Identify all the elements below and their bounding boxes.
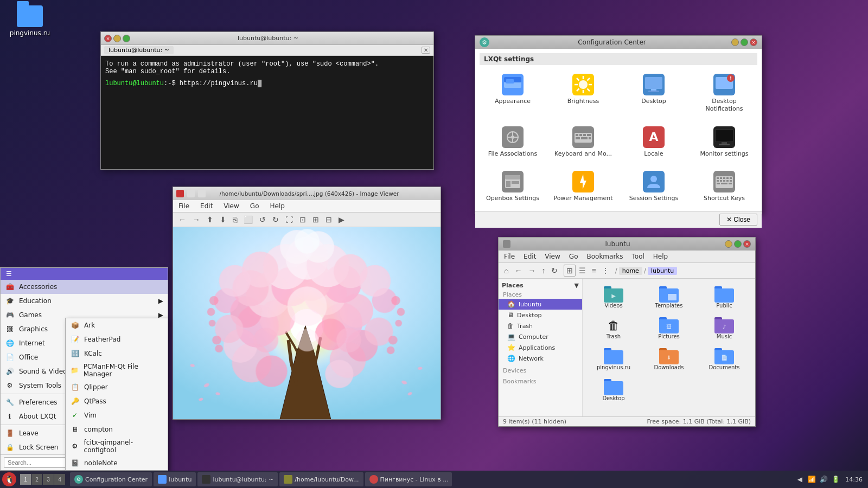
config-item-session[interactable]: Session Settings — [621, 166, 687, 207]
fm-btn-details[interactable]: ≡ — [589, 265, 598, 276]
config-item-desktop[interactable]: Desktop — [621, 69, 687, 118]
terminal-controls[interactable]: × — [104, 35, 130, 42]
fm-sidebar-trash[interactable]: 🗑 Trash — [499, 320, 582, 331]
fm-btn-up[interactable]: ↑ — [539, 265, 547, 276]
sub-item-kcalc[interactable]: 🔢 KCalc — [66, 346, 168, 361]
workspace-2[interactable]: 2 — [31, 474, 42, 485]
terminal-close-btn[interactable]: × — [104, 35, 112, 42]
config-titlebar[interactable]: ⚙ Configuration Center × — [475, 36, 762, 49]
config-item-desktop-notif[interactable]: ! Desktop Notifications — [691, 69, 757, 118]
taskbar-app-config[interactable]: ⚙ Configuration Center — [70, 472, 152, 486]
sub-item-vim[interactable]: ✓ Vim — [66, 408, 168, 422]
fm-win-controls[interactable]: × — [725, 240, 751, 248]
fm-menu-tool[interactable]: Tool — [629, 252, 648, 261]
config-close-button[interactable]: ✕ Close — [719, 214, 757, 226]
taskbar-app-imgviewer[interactable]: /home/lubuntu/Dow... — [279, 472, 363, 486]
image-viewer-max[interactable] — [198, 190, 206, 197]
taskbar-time[interactable]: 14:36 — [842, 476, 866, 483]
config-close-btn[interactable]: × — [750, 38, 757, 46]
fm-file-documents[interactable]: 📄 Documents — [698, 345, 751, 374]
sub-item-qlipper[interactable]: 📋 Qlipper — [66, 380, 168, 394]
fm-min-btn[interactable] — [725, 240, 732, 248]
iv-btn-fullscreen[interactable]: ⛶ — [283, 214, 295, 225]
image-viewer-controls[interactable] — [176, 190, 206, 197]
fm-btn-grid[interactable]: ⊞ — [564, 265, 576, 277]
fm-btn-refresh[interactable]: ↻ — [549, 265, 560, 276]
fm-btn-tree[interactable]: ⋮ — [599, 265, 611, 276]
config-item-shortcut[interactable]: Shortcut Keys — [691, 166, 757, 207]
fm-close-btn[interactable]: × — [743, 240, 751, 248]
fm-btn-forward[interactable]: → — [526, 265, 538, 276]
desktop-icon-pingvinus[interactable]: pingvinus.ru — [8, 5, 52, 37]
fm-file-desktop[interactable]: Desktop — [587, 376, 640, 404]
iv-btn-play[interactable]: ▶ — [336, 214, 347, 225]
fm-file-videos[interactable]: ▶ Videos — [587, 283, 640, 312]
fm-path-home[interactable]: home — [619, 267, 642, 275]
fm-path-lubuntu[interactable]: lubuntu — [648, 267, 677, 275]
iv-btn-download[interactable]: ⬇ — [218, 214, 228, 225]
fm-btn-back[interactable]: ← — [512, 265, 524, 276]
fm-sidebar-computer[interactable]: 💻 Computer — [499, 331, 582, 342]
iv-btn-zoom[interactable]: ⊞ — [310, 214, 321, 225]
fm-menu-go[interactable]: Go — [566, 252, 582, 261]
sub-item-featherpad[interactable]: 📝 FeatherPad — [66, 332, 168, 346]
fm-sidebar-places-header[interactable]: Places ▼ — [499, 281, 582, 290]
workspace-4[interactable]: 4 — [54, 474, 65, 485]
fm-titlebar[interactable]: lubuntu × — [499, 237, 755, 251]
config-item-monitor[interactable]: Monitor settings — [691, 122, 757, 162]
image-viewer-min[interactable] — [187, 190, 195, 197]
iv-menu-help[interactable]: Help — [266, 201, 288, 211]
workspace-1[interactable]: 1 — [20, 474, 31, 485]
fm-file-pictures[interactable]: 🖼 Pictures — [642, 314, 695, 343]
config-item-locale[interactable]: A Locale — [621, 122, 687, 162]
config-controls[interactable]: × — [731, 38, 757, 46]
fm-sidebar-lubuntu[interactable]: 🏠 lubuntu — [499, 299, 582, 310]
fm-menu-bookmarks[interactable]: Bookmarks — [583, 252, 626, 261]
fm-sidebar-applications[interactable]: ⭐ Applications — [499, 342, 582, 353]
terminal-body[interactable]: To run a command as administrator (user … — [101, 56, 433, 169]
sub-item-qtpass[interactable]: 🔑 QtPass — [66, 394, 168, 408]
sub-item-ark[interactable]: 📦 Ark — [66, 318, 168, 332]
iv-btn-actual[interactable]: ⊟ — [323, 214, 334, 225]
menu-item-education[interactable]: 🎓 Education ▶ — [1, 294, 168, 308]
fm-btn-home[interactable]: ⌂ — [502, 265, 510, 276]
config-item-keyboard[interactable]: Keyboard and Mo... — [550, 122, 616, 162]
fm-menu-help[interactable]: Help — [650, 252, 671, 261]
config-max-btn[interactable] — [741, 38, 748, 46]
tray-battery[interactable]: 🔋 — [831, 474, 840, 484]
iv-btn-upload[interactable]: ⬆ — [205, 214, 215, 225]
fm-file-music[interactable]: ♪ Music — [698, 314, 751, 343]
workspace-3[interactable]: 3 — [43, 474, 54, 485]
fm-file-public[interactable]: Public — [698, 283, 751, 312]
terminal-min-btn[interactable] — [113, 35, 121, 42]
fm-controls[interactable] — [503, 240, 510, 248]
fm-file-downloads[interactable]: ⬇ Downloads — [642, 345, 695, 374]
config-item-openbox[interactable]: Openbox Settings — [480, 166, 546, 207]
taskbar-app-browser[interactable]: Пингвинус - Linux в ... — [365, 472, 452, 486]
iv-btn-copy[interactable]: ⎘ — [231, 214, 239, 225]
fm-sidebar-desktop[interactable]: 🖥 Desktop — [499, 310, 582, 320]
terminal-tab-close[interactable]: ✕ — [422, 47, 430, 54]
fm-file-pingvinus[interactable]: pingvinus.ru — [587, 345, 640, 374]
fm-menu-view[interactable]: View — [541, 252, 563, 261]
terminal-titlebar[interactable]: × lubuntu@lubuntu: ~ — [101, 32, 433, 45]
iv-menu-edit[interactable]: Edit — [197, 201, 216, 211]
iv-btn-forward[interactable]: → — [190, 214, 202, 225]
iv-btn-rotate-ccw[interactable]: ↺ — [257, 214, 268, 225]
fm-file-trash[interactable]: 🗑 Trash — [587, 314, 640, 343]
start-button[interactable]: 🐧 — [2, 472, 16, 486]
fm-menu-file[interactable]: File — [501, 252, 518, 261]
fm-btn-list[interactable]: ☰ — [577, 265, 588, 276]
taskbar-app-fm[interactable]: lubuntu — [154, 472, 196, 486]
tray-network[interactable]: 📶 — [807, 474, 816, 484]
iv-menu-go[interactable]: Go — [247, 201, 263, 211]
iv-btn-back[interactable]: ← — [176, 214, 188, 225]
fm-max-btn[interactable] — [734, 240, 742, 248]
sub-item-fcitx[interactable]: ⚙ fcitx-qimpanel-configtool — [66, 436, 168, 456]
config-item-appearance[interactable]: Appearance — [480, 69, 546, 118]
iv-btn-rotate-cw[interactable]: ↻ — [270, 214, 281, 225]
fm-sidebar-network[interactable]: 🌐 Network — [499, 353, 582, 364]
iv-menu-view[interactable]: View — [220, 201, 242, 211]
terminal-tab-label[interactable]: lubuntu@lubuntu: ~ — [104, 46, 174, 54]
sub-item-compton[interactable]: 🖥 compton — [66, 422, 168, 436]
